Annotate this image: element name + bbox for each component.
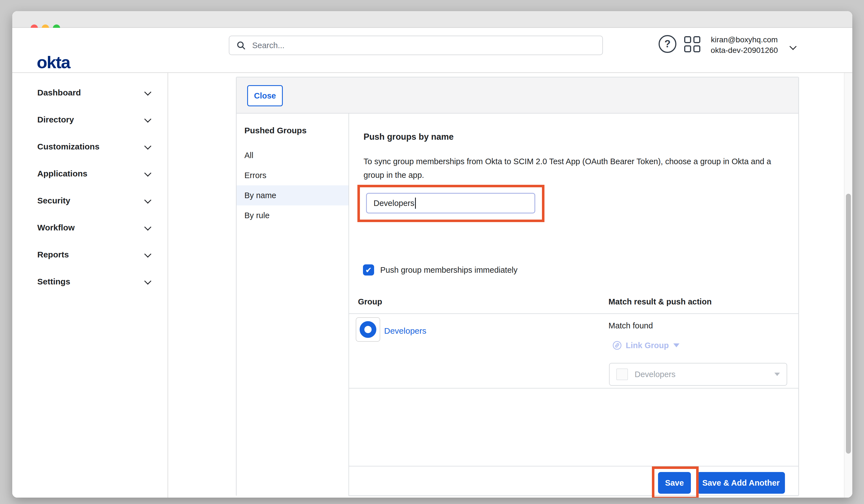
push-by-name-content: Push groups by name To sync group member… — [349, 113, 799, 496]
push-immediately-checkbox[interactable]: ✔ — [363, 264, 374, 276]
link-group-label: Link Group — [626, 341, 669, 350]
sidebar-item-applications[interactable]: Applications — [12, 160, 168, 187]
group-name-input[interactable]: Developers — [366, 193, 535, 214]
page-title: Push groups by name — [363, 132, 454, 142]
pushed-groups-list: All Errors By name By rule — [237, 145, 348, 225]
column-header-match: Match result & push action — [609, 297, 712, 307]
nav-item-by-rule[interactable]: By rule — [237, 205, 348, 225]
push-immediately-row: ✔ Push group memberships immediately — [363, 264, 517, 276]
match-status: Match found — [609, 321, 653, 330]
sidebar-item-label: Settings — [37, 277, 70, 286]
global-search[interactable] — [229, 36, 603, 55]
table-header: Group Match result & push action — [349, 289, 799, 314]
highlight-box-save — [652, 466, 699, 497]
column-header-group: Group — [358, 297, 382, 307]
scrollbar-thumb[interactable] — [846, 194, 851, 454]
chevron-down-icon — [144, 88, 151, 95]
nav-item-by-name[interactable]: By name — [237, 185, 348, 205]
app-group-select[interactable]: Developers — [609, 363, 787, 386]
main-content-area: Close Pushed Groups All Errors By name B… — [169, 73, 852, 497]
app-group-checkbox — [616, 369, 628, 380]
window-titlebar — [12, 11, 852, 28]
nav-item-all[interactable]: All — [237, 145, 348, 165]
sidebar-item-security[interactable]: Security — [12, 187, 168, 214]
sidebar-item-label: Reports — [37, 250, 69, 260]
chevron-down-icon — [144, 143, 151, 149]
sidebar-nav: Dashboard Directory Customizations Appli… — [12, 73, 168, 497]
account-menu[interactable]: kiran@boxyhq.com okta-dev-20901260 — [708, 35, 780, 56]
link-group-dropdown[interactable]: Link Group — [612, 341, 680, 350]
group-name-value: Developers — [374, 199, 415, 208]
group-name-link[interactable]: Developers — [384, 326, 427, 336]
chevron-down-icon — [144, 224, 151, 230]
sidebar-item-customizations[interactable]: Customizations — [12, 133, 168, 160]
push-groups-panel: Close Pushed Groups All Errors By name B… — [236, 77, 799, 496]
group-icon — [360, 321, 376, 338]
text-cursor — [415, 197, 416, 209]
description-text: To sync group memberships from Okta to S… — [363, 155, 781, 182]
link-icon — [612, 341, 622, 350]
macos-window: okta ? kiran@boxyhq.com okta-dev-2090126… — [12, 11, 852, 497]
highlight-box-input: Developers — [357, 185, 544, 222]
chevron-down-icon — [144, 196, 151, 203]
chevron-down-icon — [144, 251, 151, 257]
pushed-groups-nav: Pushed Groups All Errors By name By rule — [237, 113, 349, 496]
pushed-groups-title: Pushed Groups — [237, 113, 348, 135]
help-icon[interactable]: ? — [659, 35, 676, 53]
sidebar-item-reports[interactable]: Reports — [12, 241, 168, 268]
push-immediately-label: Push group memberships immediately — [380, 265, 517, 275]
sidebar-item-label: Dashboard — [37, 88, 81, 97]
panel-header-band — [237, 77, 798, 113]
sidebar-item-settings[interactable]: Settings — [12, 268, 168, 295]
search-icon — [236, 40, 246, 50]
sidebar-item-dashboard[interactable]: Dashboard — [12, 79, 168, 106]
sidebar-item-label: Customizations — [37, 142, 99, 152]
chevron-down-icon — [144, 277, 151, 285]
sidebar-item-workflow[interactable]: Workflow — [12, 214, 168, 241]
table-row: Developers Match found Link Group — [349, 314, 799, 388]
account-chevron-down-icon[interactable] — [789, 43, 796, 50]
app-group-value: Developers — [635, 370, 775, 379]
save-add-another-button[interactable]: Save & Add Another — [697, 472, 785, 494]
sidebar-item-label: Applications — [37, 169, 87, 178]
screenshot-stage: okta ? kiran@boxyhq.com okta-dev-2090126… — [0, 0, 864, 504]
group-tile — [356, 317, 380, 342]
nav-item-errors[interactable]: Errors — [237, 165, 348, 185]
apps-grid-icon[interactable] — [684, 36, 700, 52]
chevron-down-icon — [144, 116, 151, 122]
select-caret-icon — [775, 373, 780, 376]
sidebar-item-label: Workflow — [37, 223, 75, 232]
sidebar-item-directory[interactable]: Directory — [12, 106, 168, 133]
account-org: okta-dev-20901260 — [708, 45, 780, 56]
chevron-down-icon — [144, 169, 151, 177]
link-group-caret-icon — [673, 344, 680, 347]
footer-divider — [349, 466, 799, 466]
sidebar-item-label: Directory — [37, 115, 74, 124]
okta-logo[interactable]: okta — [37, 52, 70, 72]
search-input[interactable] — [252, 41, 586, 50]
top-header: okta ? kiran@boxyhq.com okta-dev-2090126… — [12, 28, 852, 73]
sidebar-item-label: Security — [37, 196, 70, 205]
scrollbar-track[interactable] — [844, 73, 852, 497]
account-email: kiran@boxyhq.com — [708, 35, 780, 45]
close-button[interactable]: Close — [247, 85, 283, 106]
